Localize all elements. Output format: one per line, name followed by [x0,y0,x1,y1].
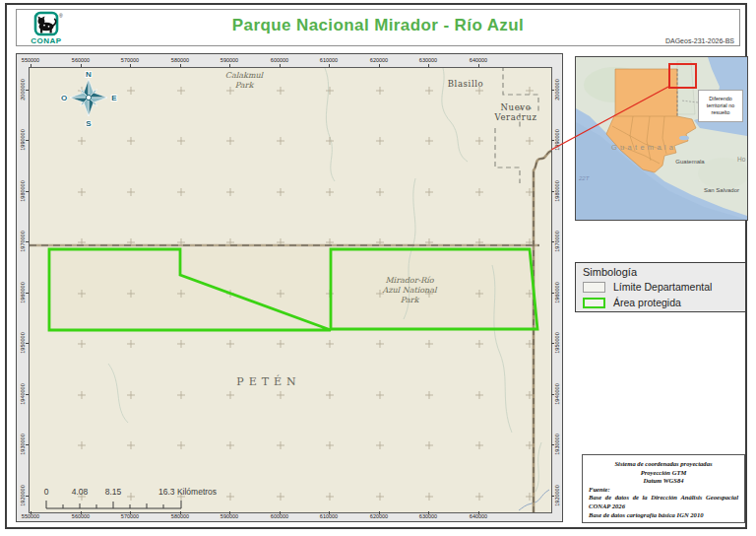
legend-item-protected-area: Área protegida [583,297,745,308]
scale-quarter: 4.08 [72,487,89,497]
country-label-honduras: Ho [737,156,746,163]
compass-west-label: O [61,94,67,102]
tick-mark [428,64,429,67]
tick-mark [329,511,330,514]
tick-mark [428,511,429,514]
legend-title: Simbología [583,266,745,278]
compass-rose: N E S O [61,70,117,128]
tick-mark [26,496,29,497]
lake-izabal [679,136,689,140]
tick-mark [26,90,29,91]
tick-mark [551,394,554,395]
inset-locator-map[interactable]: G u a t e m a l a Guatemala San Salvador… [575,56,748,221]
tick-mark [551,444,554,445]
country-label: G u a t e m a l a [611,143,674,152]
protected-area-boundary [49,249,537,330]
place-label-peten: PETÉN [236,375,300,388]
grid-zone-label: 22T [578,175,591,181]
coordinate-label: 1930000 [554,434,560,454]
place-label-calakmul: CalakmulPark [225,71,263,91]
coordinate-label: 1980000 [554,180,560,201]
legend-item-departmental-limit: Límite Departamental [583,281,745,293]
streams [108,68,541,492]
compass-north-label: N [86,70,92,79]
coordinate-label: 2000000 [554,79,560,100]
inset-drawing: G u a t e m a l a Guatemala San Salvador… [576,57,747,220]
tick-mark [31,64,32,67]
departmental-limit-swatch [583,282,605,293]
tick-mark [551,343,554,344]
map-drawing: N E S O [30,68,551,512]
coordinate-label: 590000 [220,57,238,63]
tick-mark [130,64,131,67]
source-line-1: Base de datos de la Dirección Análisis G… [589,494,738,510]
dispute-note: Diferendo territorial no resuelto [698,90,743,122]
tick-mark [280,64,281,67]
map-frame: N E S O CalakmulPark Blasillo NuevoVerac… [16,53,563,522]
tick-mark [81,511,82,514]
coordinate-label: 620000 [370,57,388,63]
tick-mark [478,64,479,67]
tick-mark [551,293,554,294]
tick-mark [26,293,29,294]
tick-mark [551,496,554,497]
coordinate-label: 640000 [470,57,487,63]
scale-zero: 0 [44,487,49,497]
tick-mark [180,511,181,514]
coordinate-label: 1960000 [554,282,560,302]
coordinate-label: 550000 [22,57,39,63]
tick-mark [551,140,554,141]
tick-mark [31,511,32,514]
source-heading: Fuente: [589,486,738,495]
road [534,151,551,512]
place-label-nuevo-veracruz: NuevoVeracruz [494,102,536,122]
logo-text: CONAP [31,36,62,45]
coordinate-label: 570000 [121,57,139,63]
coordinate-label: 580000 [171,57,189,63]
tick-mark [130,511,131,514]
coordinate-label: 560000 [72,57,90,63]
map-canvas[interactable]: N E S O CalakmulPark Blasillo NuevoVerac… [29,67,552,513]
scale-bar-ticks [30,498,226,511]
coordinate-label: 1940000 [554,383,560,404]
tick-mark [329,64,330,67]
coordinate-label: 610000 [320,57,338,63]
place-label-blasillo: Blasillo [448,79,483,89]
tick-mark [81,64,82,67]
city-label-guatemala: Guatemala [675,159,705,165]
legend: Simbología Límite Departamental Área pro… [575,262,746,312]
scale-half: 8.15 [105,487,122,497]
coordinate-label: 1970000 [554,231,560,251]
graticule-crosses [78,87,534,501]
tick-mark [180,64,181,67]
tick-mark [551,241,554,242]
header: ® CONAP Parque Nacional Mirador - Río Az… [16,9,740,46]
tick-mark [229,64,230,67]
river [519,490,549,510]
coordinate-label: 600000 [271,57,288,63]
tick-mark [26,191,29,192]
map-sheet: ® CONAP Parque Nacional Mirador - Río Az… [0,0,756,536]
source-line-2: Base de datos cartografía básica IGN 201… [589,511,738,520]
coordinate-label: 630000 [419,57,437,63]
tick-mark [379,64,380,67]
tick-mark [551,191,554,192]
departmental-boundary-dashed [495,68,538,183]
scale-bar: 0 4.08 8.15 16.3 Kilómetros [30,485,285,512]
tick-mark [26,140,29,141]
tick-mark [26,444,29,445]
projection-line: Proyección GTM [589,469,738,478]
tick-mark [280,511,281,514]
protected-area-swatch [583,298,605,308]
coordinate-label: 1920000 [554,485,560,505]
tick-mark [229,511,230,514]
compass-east-label: E [111,94,117,102]
city-label-san-salvador: San Salvador [704,187,739,193]
tick-mark [26,241,29,242]
scale-full: 16.3 Kilómetros [158,487,217,497]
crs-line: Sistema de coordenadas proyectadas [589,460,738,469]
coordinate-label: 1950000 [554,332,560,353]
tick-mark [26,394,29,395]
tick-mark [551,90,554,91]
place-label-mirador-rio-azul: Mirador-RíoAzul NationalPark [382,276,436,305]
